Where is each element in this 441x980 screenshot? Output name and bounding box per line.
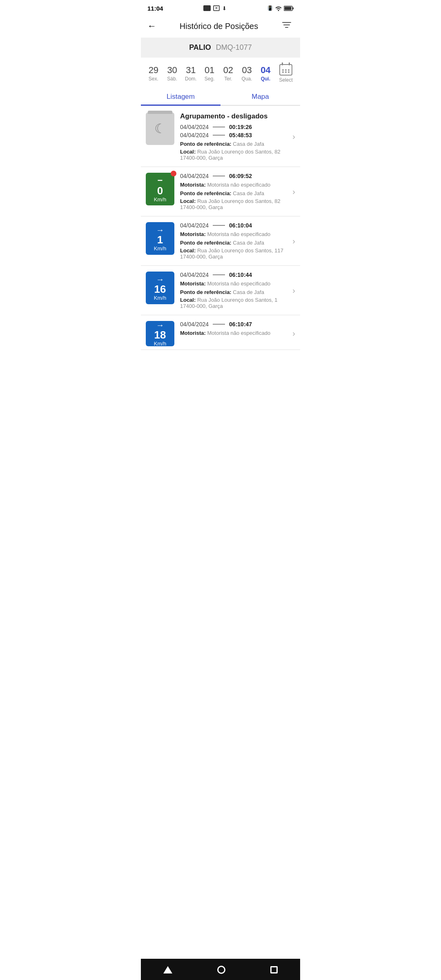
group-content: Agrupamento - desligados 04/04/2024 00:1…: [180, 112, 285, 161]
speed-badge-3: → 18 Km/h: [146, 321, 174, 346]
position-item-3[interactable]: → 18 Km/h 04/04/2024 06:10:47 Motorista:…: [141, 315, 300, 350]
pos-motorist-value-0: Motorista não especificado: [207, 182, 270, 188]
badge-speed-2: 16: [154, 283, 166, 295]
pos-reference-label-1: Ponto de referência:: [180, 240, 232, 246]
date-item-03[interactable]: 03 Qua.: [238, 65, 256, 82]
time-dash-end: [213, 135, 225, 136]
badge-unit-3: Km/h: [154, 341, 166, 346]
group-reference-value: Casa de Jafa: [233, 141, 264, 147]
back-button[interactable]: ←: [146, 19, 158, 33]
pos-local-row-1: Local: Rua João Lourenço dos Santos, 117…: [180, 247, 285, 260]
app-header: ← Histórico de Posições: [141, 15, 300, 38]
speed-badge-0: − 0 Km/h: [146, 173, 174, 205]
time-dash-1: [213, 225, 225, 226]
date-num-01: 01: [205, 65, 214, 75]
badge-speed-1: 1: [157, 234, 163, 246]
pos-time-3: 06:10:47: [229, 321, 252, 327]
speed-badge-1: → 1 Km/h: [146, 222, 174, 255]
pos-time-row-0: 04/04/2024 06:09:52: [180, 173, 285, 179]
date-num-30: 30: [167, 65, 177, 75]
pos-chevron-0: ›: [292, 187, 295, 196]
arrow-icon-2: →: [156, 275, 164, 283]
group-end-date: 04/04/2024: [180, 132, 209, 138]
position-item-1[interactable]: → 1 Km/h 04/04/2024 06:10:04 Motorista: …: [141, 216, 300, 266]
pos-time-1: 06:10:04: [229, 222, 252, 229]
date-item-30[interactable]: 30 Sáb.: [163, 65, 181, 82]
minus-icon-0: −: [158, 176, 163, 185]
pos-content-3: 04/04/2024 06:10:47 Motorista: Motorista…: [180, 321, 285, 336]
pos-chevron-1: ›: [292, 236, 295, 246]
status-icons: ✕ ⬇: [203, 5, 227, 11]
screen-icon: [203, 5, 211, 11]
pos-local-label-2: Local:: [180, 297, 196, 303]
date-day-31: Dom.: [185, 76, 197, 82]
date-num-03: 03: [242, 65, 252, 75]
date-calendar-select[interactable]: Select: [275, 64, 296, 83]
time-dash-2: [213, 274, 225, 275]
pos-chevron-2: ›: [292, 286, 295, 295]
date-num-04: 04: [261, 65, 270, 75]
group-reference-row: Ponto de referência: Casa de Jafa: [180, 141, 285, 147]
group-local-label: Local:: [180, 149, 196, 155]
pos-motorist-value-1: Motorista não especificado: [207, 231, 270, 237]
status-time: 11:04: [147, 5, 163, 12]
pos-content-2: 04/04/2024 06:10:44 Motorista: Motorista…: [180, 272, 285, 309]
pos-local-label-0: Local:: [180, 198, 196, 204]
tab-listagem[interactable]: Listagem: [141, 87, 220, 105]
pos-motorist-row-0: Motorista: Motorista não especificado: [180, 182, 285, 188]
media-icon: ✕: [213, 5, 220, 11]
badge-speed-0: 0: [157, 185, 163, 197]
group-local-row: Local: Rua João Lourenço dos Santos, 82 …: [180, 149, 285, 161]
filter-button[interactable]: [280, 19, 294, 33]
page-title: Histórico de Posições: [158, 22, 280, 31]
date-num-31: 31: [186, 65, 196, 75]
group-end-time-row: 04/04/2024 05:48:53: [180, 132, 285, 138]
date-day-01: Seg.: [205, 76, 215, 82]
pos-reference-value-1: Casa de Jafa: [233, 240, 264, 246]
date-day-02: Ter.: [224, 76, 232, 82]
pos-local-row-2: Local: Rua João Lourenço dos Santos, 1 1…: [180, 297, 285, 309]
pos-date-3: 04/04/2024: [180, 321, 209, 327]
pos-motorist-row-3: Motorista: Motorista não especificado: [180, 330, 285, 336]
date-num-02: 02: [223, 65, 233, 75]
group-end-time: 05:48:53: [229, 132, 252, 138]
date-item-04[interactable]: 04 Qui.: [256, 65, 274, 82]
tab-mapa[interactable]: Mapa: [220, 87, 300, 105]
time-dash-3: [213, 324, 225, 325]
notification-dot-0: [171, 171, 176, 176]
pos-motorist-row-2: Motorista: Motorista não especificado: [180, 281, 285, 287]
moon-icon: ☾: [154, 121, 166, 136]
pos-motorist-label-0: Motorista:: [180, 182, 206, 188]
date-day-03: Qua.: [242, 76, 252, 82]
pos-motorist-row-1: Motorista: Motorista não especificado: [180, 231, 285, 237]
pos-motorist-value-3: Motorista não especificado: [207, 330, 270, 336]
pos-motorist-value-2: Motorista não especificado: [207, 281, 270, 287]
date-item-31[interactable]: 31 Dom.: [182, 65, 200, 82]
group-item-sleeping[interactable]: ☾ Agrupamento - desligados 04/04/2024 00…: [141, 106, 300, 167]
speed-badge-2: → 16 Km/h: [146, 272, 174, 304]
position-item-0[interactable]: − 0 Km/h 04/04/2024 06:09:52 Motorista: …: [141, 167, 300, 216]
group-start-time: 00:19:26: [229, 124, 252, 130]
date-selector: 29 Sex. 30 Sáb. 31 Dom. 01 Seg. 02 Ter. …: [141, 58, 300, 87]
date-item-29[interactable]: 29 Sex.: [145, 65, 163, 82]
vehicle-bar: PALIO DMQ-1077: [141, 38, 300, 58]
calendar-icon: [279, 64, 292, 76]
badge-speed-3: 18: [154, 329, 166, 341]
vehicle-plate: DMQ-1077: [216, 43, 252, 52]
pos-reference-row-2: Ponto de referência: Casa de Jafa: [180, 289, 285, 295]
vehicle-name: PALIO: [189, 43, 211, 52]
calendar-label: Select: [279, 77, 292, 83]
battery-icon: [284, 6, 294, 11]
date-item-02[interactable]: 02 Ter.: [219, 65, 237, 82]
group-start-time-row: 04/04/2024 00:19:26: [180, 124, 285, 130]
pos-motorist-label-3: Motorista:: [180, 330, 206, 336]
date-item-01[interactable]: 01 Seg.: [200, 65, 218, 82]
vibrate-icon: 📳: [267, 5, 273, 11]
position-item-2[interactable]: → 16 Km/h 04/04/2024 06:10:44 Motorista:…: [141, 266, 300, 315]
tabs: Listagem Mapa: [141, 87, 300, 106]
pos-date-1: 04/04/2024: [180, 222, 209, 229]
pos-chevron-3: ›: [292, 329, 295, 338]
pos-motorist-label-2: Motorista:: [180, 281, 206, 287]
pos-reference-value-0: Casa de Jafa: [233, 190, 264, 196]
badge-unit-2: Km/h: [154, 295, 166, 301]
